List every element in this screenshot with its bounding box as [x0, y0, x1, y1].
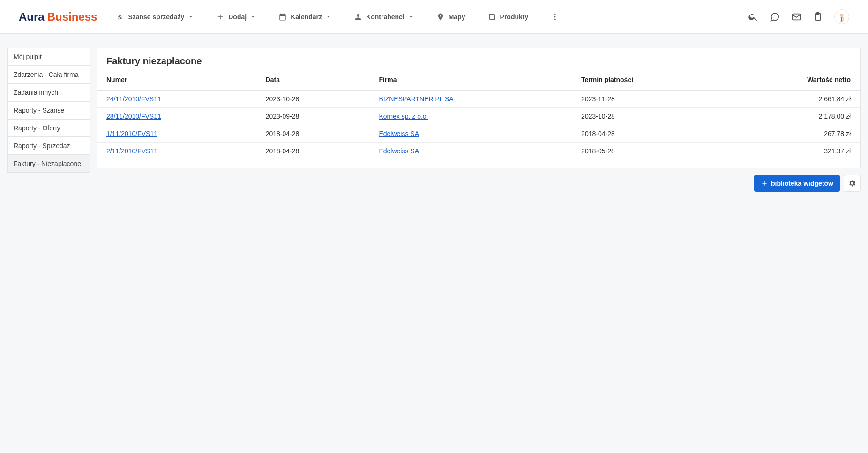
nav-right: [748, 9, 849, 24]
sidebar-item-label: Raporty - Sprzedaż: [14, 142, 70, 150]
brand-part2: Business: [47, 10, 97, 23]
nav-label: Dodaj: [228, 13, 247, 21]
sidebar-item-events-company[interactable]: Zdarzenia - Cała firma: [7, 66, 90, 83]
cell-value: 267,78 zł: [725, 125, 860, 143]
cell-date: 2023-10-28: [256, 91, 370, 108]
sidebar-item-label: Zadania innych: [14, 89, 58, 96]
nav-more[interactable]: [551, 13, 559, 21]
nav-items: Szanse sprzedaży Dodaj Kalendarz: [116, 13, 748, 21]
person-icon: [354, 13, 362, 21]
map-pin-icon: [436, 13, 445, 21]
widget-unpaid-invoices: Faktury niezapłacone Numer Data Firma Te…: [97, 48, 861, 168]
clipboard-button[interactable]: [813, 12, 823, 22]
mail-button[interactable]: [791, 12, 801, 22]
search-icon: [748, 12, 758, 22]
sidebar-item-my-dashboard[interactable]: Mój pulpit: [7, 48, 90, 66]
company-link[interactable]: Kornex sp. z o.o.: [379, 113, 428, 120]
sidebar-item-label: Faktury - Niezapłacone: [14, 160, 81, 167]
cell-value: 2 178,00 zł: [725, 108, 860, 125]
book-icon: [488, 13, 496, 21]
nav-sales-chances[interactable]: Szanse sprzedaży: [116, 13, 194, 21]
user-avatar[interactable]: [834, 9, 849, 24]
button-label: biblioteka widgetów: [771, 180, 833, 187]
company-link[interactable]: BIZNESPARTNER.PL SA: [379, 95, 453, 103]
top-navbar: Aura Business Szanse sprzedaży Dodaj: [0, 0, 868, 34]
nav-label: Produkty: [500, 13, 529, 21]
avatar-icon: [836, 11, 847, 23]
sidebar-item-label: Raporty - Szanse: [14, 106, 64, 114]
table-row: 28/11/2010/FVS11 2023-09-28 Kornex sp. z…: [97, 108, 860, 125]
nav-products[interactable]: Produkty: [488, 13, 529, 21]
company-link[interactable]: Edelweiss SA: [379, 130, 419, 137]
col-number: Numer: [97, 71, 256, 91]
nav-label: Mapy: [449, 13, 465, 21]
plus-icon: [761, 180, 768, 187]
svg-rect-8: [841, 17, 842, 21]
mail-icon: [791, 12, 801, 22]
nav-label: Kontrahenci: [366, 13, 404, 21]
nav-label: Szanse sprzedaży: [128, 13, 184, 21]
clipboard-icon: [813, 12, 823, 22]
invoice-number-link[interactable]: 28/11/2010/FVS11: [106, 113, 161, 120]
sidebar-item-label: Mój pulpit: [14, 53, 42, 60]
cell-value: 321,37 zł: [725, 143, 860, 160]
sidebar-item-others-tasks[interactable]: Zadania innych: [7, 83, 90, 101]
invoices-table: Numer Data Firma Termin płatności Wartoś…: [97, 71, 860, 159]
sidebar-item-reports-offers[interactable]: Raporty - Oferty: [7, 119, 90, 137]
chevron-down-icon: [250, 14, 256, 20]
sidebar-item-label: Raporty - Oferty: [14, 124, 60, 132]
nav-add[interactable]: Dodaj: [216, 13, 256, 21]
main-content: Faktury niezapłacone Numer Data Firma Te…: [97, 48, 861, 192]
table-row: 1/11/2010/FVS11 2018-04-28 Edelweiss SA …: [97, 125, 860, 143]
col-company: Firma: [369, 71, 572, 91]
widget-actions: biblioteka widgetów: [97, 175, 861, 192]
more-vertical-icon: [551, 13, 559, 21]
nav-label: Kalendarz: [291, 13, 322, 21]
widget-library-button[interactable]: biblioteka widgetów: [754, 175, 840, 192]
sidebar-item-unpaid-invoices[interactable]: Faktury - Niezapłacone: [7, 155, 90, 173]
nav-contractors[interactable]: Kontrahenci: [354, 13, 414, 21]
left-sidebar: Mój pulpit Zdarzenia - Cała firma Zadani…: [7, 48, 90, 173]
sidebar-item-label: Zdarzenia - Cała firma: [14, 71, 79, 78]
brand-part1: Aura: [19, 10, 45, 23]
chat-icon: [770, 12, 780, 22]
widget-title: Faktury niezapłacone: [97, 48, 860, 71]
invoice-number-link[interactable]: 2/11/2010/FVS11: [106, 147, 157, 155]
nav-calendar[interactable]: Kalendarz: [278, 13, 331, 21]
cell-date: 2018-04-28: [256, 143, 370, 160]
company-link[interactable]: Edelweiss SA: [379, 147, 419, 155]
cell-due: 2023-11-28: [572, 91, 725, 108]
chevron-down-icon: [326, 14, 331, 20]
plus-icon: [216, 13, 224, 21]
gear-icon: [848, 179, 856, 188]
svg-point-1: [554, 16, 556, 17]
svg-point-0: [554, 14, 556, 15]
invoice-number-link[interactable]: 24/11/2010/FVS11: [106, 95, 161, 103]
brand-logo: Aura Business: [19, 10, 97, 23]
col-date: Data: [256, 71, 370, 91]
dollar-icon: [116, 13, 124, 21]
svg-rect-5: [816, 12, 819, 14]
sidebar-item-reports-sales[interactable]: Raporty - Sprzedaż: [7, 137, 90, 155]
cell-due: 2023-10-28: [572, 108, 725, 125]
calendar-icon: [278, 13, 287, 21]
page-layout: Mój pulpit Zdarzenia - Cała firma Zadani…: [0, 34, 868, 199]
col-net-value: Wartość netto: [725, 71, 860, 91]
cell-date: 2023-09-28: [256, 108, 370, 125]
table-row: 24/11/2010/FVS11 2023-10-28 BIZNESPARTNE…: [97, 91, 860, 108]
cell-date: 2018-04-28: [256, 125, 370, 143]
invoice-number-link[interactable]: 1/11/2010/FVS11: [106, 130, 157, 137]
widget-settings-button[interactable]: [844, 175, 861, 192]
chevron-down-icon: [408, 14, 414, 20]
sidebar-item-reports-chances[interactable]: Raporty - Szanse: [7, 101, 90, 119]
chat-button[interactable]: [770, 12, 780, 22]
nav-maps[interactable]: Mapy: [436, 13, 465, 21]
table-row: 2/11/2010/FVS11 2018-04-28 Edelweiss SA …: [97, 143, 860, 160]
svg-point-6: [840, 13, 843, 16]
cell-due: 2018-04-28: [572, 125, 725, 143]
table-header-row: Numer Data Firma Termin płatności Wartoś…: [97, 71, 860, 91]
col-due: Termin płatności: [572, 71, 725, 91]
chevron-down-icon: [188, 14, 194, 20]
cell-value: 2 661,84 zł: [725, 91, 860, 108]
search-button[interactable]: [748, 12, 758, 22]
